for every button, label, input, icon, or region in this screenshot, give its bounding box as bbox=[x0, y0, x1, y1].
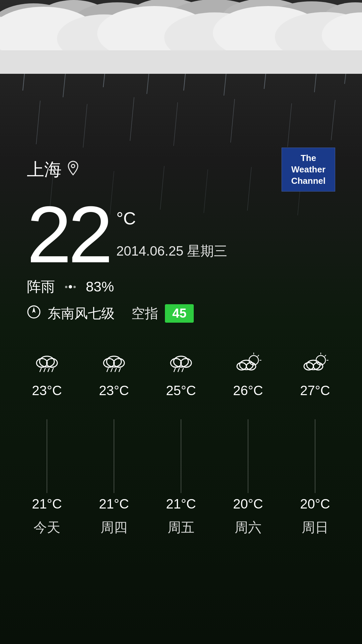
city-name-label: 上海 bbox=[27, 158, 62, 181]
svg-rect-53 bbox=[106, 366, 122, 368]
svg-marker-41 bbox=[32, 307, 36, 313]
weather-details: 阵雨 83% 东南风七级 空指 45 bbox=[27, 277, 335, 323]
condition-label: 阵雨 bbox=[27, 277, 55, 296]
svg-line-55 bbox=[111, 368, 112, 372]
air-quality-label: 空指 bbox=[131, 304, 158, 323]
forecast-high-5: 27°C bbox=[300, 383, 330, 398]
location-pin-icon bbox=[67, 161, 79, 179]
forecast-section: 23°C 23°C bbox=[0, 352, 362, 401]
svg-line-32 bbox=[331, 100, 335, 140]
forecast-day-4: 周六 bbox=[235, 518, 261, 537]
svg-line-64 bbox=[182, 368, 183, 372]
svg-rect-45 bbox=[39, 366, 55, 368]
forecast-high-4: 26°C bbox=[233, 383, 263, 398]
forecast-low-2: 21°C bbox=[99, 496, 129, 512]
svg-line-62 bbox=[174, 368, 175, 372]
forecast-low-1: 21°C bbox=[32, 496, 62, 512]
svg-line-29 bbox=[174, 102, 178, 146]
svg-line-46 bbox=[40, 368, 41, 372]
svg-line-56 bbox=[115, 368, 116, 372]
divider-3 bbox=[181, 419, 181, 493]
forecast-high-3: 25°C bbox=[166, 383, 196, 398]
svg-point-39 bbox=[71, 164, 75, 168]
forecast-low-item-5: 20°C 周日 bbox=[285, 496, 345, 537]
svg-line-57 bbox=[119, 368, 120, 372]
cloud-decoration bbox=[0, 0, 362, 74]
unit-date-block: °C 2014.06.25 星期三 bbox=[110, 198, 227, 260]
humidity-value: 83% bbox=[86, 279, 114, 295]
forecast-low-3: 21°C bbox=[166, 496, 196, 512]
wind-air-row: 东南风七级 空指 45 bbox=[27, 304, 335, 323]
forecast-day-1: 今天 bbox=[34, 518, 60, 537]
forecast-low-5: 20°C bbox=[300, 496, 330, 512]
forecast-icon-4 bbox=[233, 352, 263, 377]
forecast-day-5: 周日 bbox=[302, 518, 328, 537]
humidity-dots-icon bbox=[65, 285, 76, 288]
forecast-low-section: 21°C 今天 21°C 周四 21°C 周五 20°C 周六 20°C 周日 bbox=[0, 496, 362, 537]
condition-humidity-row: 阵雨 83% bbox=[27, 277, 335, 296]
forecast-icon-2 bbox=[99, 352, 129, 377]
temperature-section: 22 °C 2014.06.25 星期三 bbox=[27, 198, 335, 271]
forecast-low-item-3: 21°C 周五 bbox=[151, 496, 211, 537]
forecast-high-1: 23°C bbox=[32, 383, 62, 398]
divider-1 bbox=[47, 419, 47, 493]
svg-line-27 bbox=[83, 104, 87, 148]
svg-line-63 bbox=[178, 368, 179, 372]
forecast-day-3: 周五 bbox=[168, 518, 194, 537]
forecast-low-item-1: 21°C 今天 bbox=[17, 496, 77, 537]
temperature-unit: °C bbox=[116, 208, 227, 228]
divider-lines bbox=[13, 419, 349, 493]
svg-line-30 bbox=[231, 99, 235, 143]
weather-channel-logo: The Weather Channel bbox=[282, 148, 335, 192]
air-quality-value: 45 bbox=[165, 304, 194, 323]
forecast-day-2: 周四 bbox=[101, 518, 127, 537]
forecast-item-5: 27°C bbox=[285, 352, 345, 398]
forecast-high-row: 23°C 23°C bbox=[13, 352, 349, 398]
forecast-icon-5 bbox=[300, 352, 330, 377]
divider-5 bbox=[315, 419, 315, 493]
forecast-low-row: 21°C 今天 21°C 周四 21°C 周五 20°C 周六 20°C 周日 bbox=[13, 496, 349, 537]
svg-line-67 bbox=[258, 355, 259, 356]
forecast-low-item-4: 20°C 周六 bbox=[218, 496, 278, 537]
forecast-low-4: 20°C bbox=[233, 496, 263, 512]
svg-line-26 bbox=[36, 101, 40, 144]
svg-line-28 bbox=[130, 97, 134, 141]
forecast-item-3: 25°C bbox=[151, 352, 211, 398]
svg-line-74 bbox=[325, 355, 326, 356]
divider-2 bbox=[114, 419, 114, 493]
svg-line-31 bbox=[288, 103, 292, 147]
temperature-value: 22 bbox=[27, 198, 110, 271]
svg-rect-16 bbox=[0, 50, 362, 74]
svg-line-48 bbox=[48, 368, 49, 372]
wind-description: 东南风七级 bbox=[48, 304, 115, 323]
forecast-low-item-2: 21°C 周四 bbox=[84, 496, 144, 537]
date-display: 2014.06.25 星期三 bbox=[116, 242, 227, 260]
city-header: 上海 bbox=[27, 158, 79, 181]
forecast-high-2: 23°C bbox=[99, 383, 129, 398]
svg-line-54 bbox=[107, 368, 108, 372]
wind-direction-icon bbox=[27, 305, 41, 322]
svg-line-49 bbox=[52, 368, 53, 372]
divider-4 bbox=[248, 419, 248, 493]
forecast-icon-1 bbox=[32, 352, 62, 377]
main-content: 上海 The Weather Channel 22 °C 2014.06.25 … bbox=[0, 148, 362, 323]
forecast-item-2: 23°C bbox=[84, 352, 144, 398]
city-row: 上海 The Weather Channel bbox=[27, 148, 335, 192]
forecast-icon-3 bbox=[166, 352, 196, 377]
svg-rect-61 bbox=[173, 366, 189, 368]
svg-line-47 bbox=[44, 368, 45, 372]
forecast-item-4: 26°C bbox=[218, 352, 278, 398]
forecast-item-1: 23°C bbox=[17, 352, 77, 398]
